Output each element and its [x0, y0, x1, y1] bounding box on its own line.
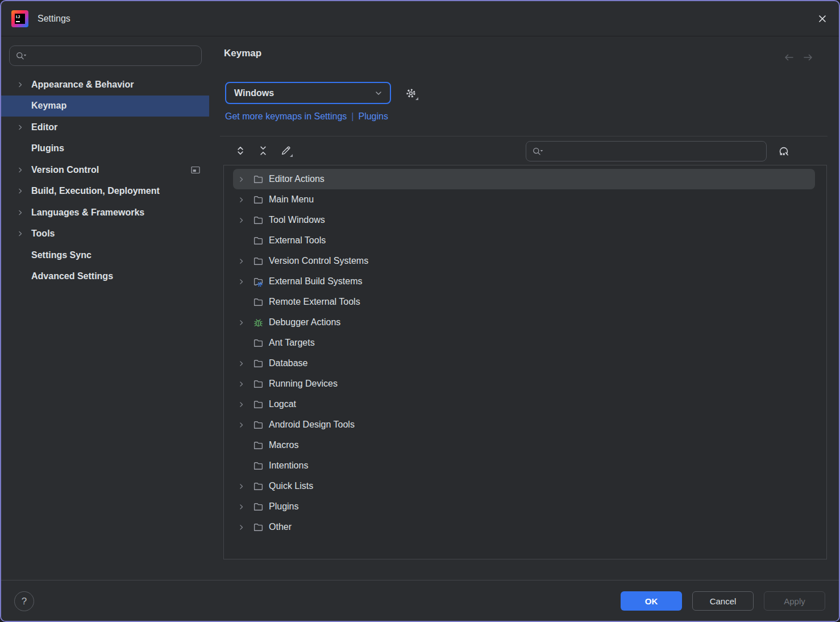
chevron-right-icon — [16, 123, 24, 131]
apply-button[interactable]: Apply — [764, 591, 825, 611]
folder-icon — [253, 481, 264, 492]
tree-row-remote-external-tools[interactable]: Remote External Tools — [233, 292, 815, 312]
folder-icon — [253, 379, 264, 389]
sidebar-item-label: Plugins — [31, 143, 64, 154]
search-icon — [532, 146, 543, 156]
chevron-right-icon — [16, 81, 24, 88]
dialog-title: Settings — [38, 14, 70, 24]
tree-row-database[interactable]: Database — [233, 353, 815, 374]
folder-icon — [253, 194, 264, 205]
chevron-right-icon — [238, 401, 246, 408]
close-icon[interactable] — [814, 10, 831, 27]
chevron-right-icon — [238, 360, 246, 367]
folder-icon — [253, 174, 264, 185]
folder-gear-icon — [253, 276, 264, 287]
tree-row-other[interactable]: Other — [233, 517, 815, 537]
sidebar-item-version-control[interactable]: Version Control — [1, 159, 209, 181]
forward-arrow-icon[interactable] — [801, 51, 815, 64]
tree-row-android-design-tools[interactable]: Android Design Tools — [233, 414, 815, 435]
sidebar-item-editor[interactable]: Editor — [1, 117, 209, 138]
chevron-right-icon — [238, 258, 246, 265]
sidebar-list: Appearance & Behavior Keymap Editor — [1, 74, 209, 287]
tree-row-label: Debugger Actions — [269, 317, 340, 327]
search-icon — [15, 51, 27, 61]
tree-row-label: Editor Actions — [269, 174, 325, 184]
sidebar-item-tools[interactable]: Tools — [1, 223, 209, 245]
tree-row-editor-actions[interactable]: Editor Actions — [233, 169, 815, 189]
chevron-right-icon — [238, 176, 246, 183]
folder-icon — [253, 235, 264, 246]
sidebar-item-plugins[interactable]: Plugins — [1, 138, 209, 160]
tree-row-label: Main Menu — [269, 194, 314, 205]
tree-row-external-tools[interactable]: External Tools — [233, 230, 815, 251]
dialog-footer: ? OK Cancel Apply — [1, 580, 839, 621]
sidebar-item-settings-sync[interactable]: Settings Sync — [1, 244, 209, 266]
tree-row-label: Quick Lists — [269, 481, 313, 491]
chevron-right-icon — [238, 524, 246, 531]
plugins-link[interactable]: Plugins — [358, 111, 388, 122]
tree-row-label: Intentions — [269, 461, 308, 471]
edit-icon[interactable] — [278, 143, 294, 159]
link-separator: | — [351, 111, 354, 122]
tree-row-label: Logcat — [269, 399, 296, 409]
chevron-right-icon — [16, 166, 24, 173]
folder-icon — [253, 461, 264, 471]
history-nav — [782, 51, 815, 64]
sidebar-item-keymap[interactable]: Keymap — [1, 96, 209, 117]
tree-row-label: Plugins — [269, 501, 298, 512]
tree-row-ant-targets[interactable]: Ant Targets — [233, 333, 815, 353]
keymap-select[interactable]: Windows — [225, 82, 391, 104]
sidebar-item-label: Appearance & Behavior — [31, 80, 134, 90]
sidebar-item-languages-frameworks[interactable]: Languages & Frameworks — [1, 202, 209, 223]
action-search-input[interactable] — [546, 147, 762, 156]
tree-row-label: Android Design Tools — [269, 420, 355, 430]
tree-row-main-menu[interactable]: Main Menu — [233, 189, 815, 210]
tree-row-intentions[interactable]: Intentions — [233, 455, 815, 476]
folder-icon — [253, 522, 264, 533]
tree-row-quick-lists[interactable]: Quick Lists — [233, 476, 815, 496]
keymap-links: Get more keymaps in Settings | Plugins — [225, 111, 388, 122]
chevron-right-icon — [16, 188, 24, 195]
settings-dialog: IJ Settings Appearance & Behavior — [0, 0, 840, 622]
folder-icon — [253, 215, 264, 226]
tree-row-label: Database — [269, 358, 308, 368]
tree-row-version-control-systems[interactable]: Version Control Systems — [233, 251, 815, 271]
cancel-button[interactable]: Cancel — [692, 591, 754, 611]
chevron-right-icon — [238, 380, 246, 388]
folder-icon — [253, 338, 264, 349]
tree-row-running-devices[interactable]: Running Devices — [233, 374, 815, 394]
find-by-shortcut-icon[interactable] — [775, 143, 792, 159]
tree-row-debugger-actions[interactable]: Debugger Actions — [233, 312, 815, 333]
tree-row-external-build-systems[interactable]: External Build Systems — [233, 271, 815, 292]
keymap-select-value: Windows — [234, 88, 374, 98]
expand-all-icon[interactable] — [232, 143, 248, 159]
ok-button[interactable]: OK — [621, 591, 682, 611]
tree-row-label: External Build Systems — [269, 276, 363, 287]
tree-row-plugins[interactable]: Plugins — [233, 496, 815, 517]
keymap-options-gear-icon[interactable] — [402, 85, 419, 102]
sidebar-item-appearance-behavior[interactable]: Appearance & Behavior — [1, 74, 209, 96]
sidebar-item-build-execution-deployment[interactable]: Build, Execution, Deployment — [1, 181, 209, 202]
tree-row-logcat[interactable]: Logcat — [233, 394, 815, 414]
action-search-box[interactable] — [526, 141, 767, 161]
chevron-right-icon — [238, 421, 246, 429]
page-title: Keymap — [224, 48, 261, 59]
tree-row-tool-windows[interactable]: Tool Windows — [233, 210, 815, 230]
help-icon[interactable]: ? — [14, 591, 34, 611]
sidebar-item-advanced-settings[interactable]: Advanced Settings — [1, 266, 209, 288]
sidebar-item-label: Editor — [31, 122, 57, 132]
chevron-right-icon — [238, 196, 246, 204]
intellij-logo-icon: IJ — [11, 10, 28, 27]
folder-icon — [253, 256, 264, 267]
collapse-all-icon[interactable] — [255, 143, 271, 159]
tree-row-macros[interactable]: Macros — [233, 435, 815, 455]
get-more-keymaps-link[interactable]: Get more keymaps in Settings — [225, 111, 347, 122]
keymap-action-tree: Editor Actions — [223, 165, 827, 559]
screen-icon — [191, 166, 200, 174]
tree-row-label: Tool Windows — [269, 215, 325, 225]
keymap-page: Keymap Windows Get more keymaps in Setti… — [223, 37, 838, 580]
sidebar-search-box[interactable] — [9, 45, 202, 66]
tree-row-label: Running Devices — [269, 379, 338, 389]
back-arrow-icon[interactable] — [782, 51, 796, 64]
sidebar-search-input[interactable] — [29, 51, 197, 61]
